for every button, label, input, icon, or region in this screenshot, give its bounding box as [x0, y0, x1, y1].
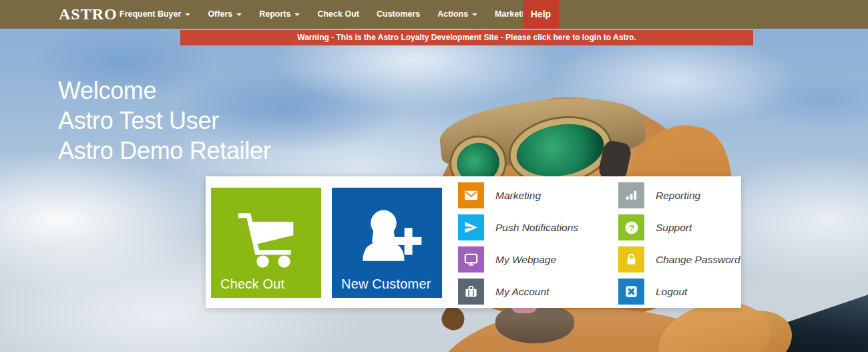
astro-logo[interactable]: ASTRO: [59, 0, 118, 29]
welcome-retailer-name: Astro Demo Retailer: [58, 136, 270, 166]
check-out-tile[interactable]: Check Out: [211, 188, 321, 298]
caret-down-icon: [472, 13, 477, 16]
tile-label: New Customer: [341, 277, 431, 292]
menu-item-label: Change Password: [656, 254, 740, 266]
tile-label: Check Out: [220, 277, 284, 292]
welcome-heading: Welcome Astro Test User Astro Demo Retai…: [58, 75, 270, 166]
welcome-user-name: Astro Test User: [58, 106, 270, 136]
bar-chart-icon: [618, 182, 644, 208]
monitor-icon: [458, 246, 484, 273]
x-square-icon: [618, 279, 644, 305]
menu-item-label: Support: [656, 222, 692, 234]
nav-item-label: Check Out: [317, 9, 359, 19]
nav-item-customers[interactable]: Customers: [368, 0, 429, 29]
quick-menu-column-left: Marketing Push Notifications: [458, 182, 615, 311]
menu-item-my-account[interactable]: My Account: [458, 279, 615, 305]
nav-item-label: Customers: [377, 9, 420, 19]
envelope-icon: [458, 182, 484, 208]
caret-down-icon: [185, 13, 190, 16]
nav-item-check-out[interactable]: Check Out: [308, 0, 368, 29]
menu-item-logout[interactable]: Logout: [618, 279, 775, 305]
quick-menu-column-right: Reporting ? Support Chang: [618, 182, 775, 311]
page: ASTRO Frequent Buyer Offers Reports Chec…: [0, 0, 868, 352]
nav-item-label: Offers: [208, 9, 232, 19]
menu-item-marketing[interactable]: Marketing: [458, 182, 615, 208]
help-button[interactable]: Help: [523, 0, 559, 29]
padlock-icon: [618, 246, 644, 273]
nav-item-reports[interactable]: Reports: [250, 0, 308, 29]
nav-item-label: Frequent Buyer: [120, 9, 181, 19]
new-customer-tile[interactable]: New Customer: [332, 188, 442, 298]
nav-menu: Frequent Buyer Offers Reports Check Out …: [111, 0, 543, 29]
menu-item-support[interactable]: ? Support: [618, 214, 775, 240]
menu-item-label: Reporting: [656, 190, 700, 202]
question-circle-icon: ?: [618, 214, 644, 240]
caret-down-icon: [294, 13, 300, 16]
nav-item-offers[interactable]: Offers: [199, 0, 250, 29]
briefcase-icon: [458, 279, 484, 305]
quick-launch-panel: Check Out New Customer: [206, 176, 741, 308]
nav-item-label: Actions: [437, 9, 468, 19]
question-glyph: ?: [628, 222, 634, 232]
menu-item-label: Logout: [656, 286, 687, 298]
nav-item-frequent-buyer[interactable]: Frequent Buyer: [111, 0, 199, 29]
menu-item-label: Marketing: [495, 190, 541, 202]
menu-item-change-password[interactable]: Change Password: [618, 246, 775, 273]
menu-item-push-notifications[interactable]: Push Notifications: [458, 214, 615, 240]
paper-plane-icon: [458, 214, 484, 240]
welcome-greeting: Welcome: [58, 75, 270, 106]
caret-down-icon: [236, 13, 242, 16]
warning-banner-link[interactable]: Warning - This is the Astro Loyalty Deve…: [180, 30, 753, 45]
menu-item-label: My Webpage: [495, 254, 556, 266]
menu-item-label: My Account: [495, 286, 549, 298]
menu-item-my-webpage[interactable]: My Webpage: [458, 246, 615, 273]
nav-item-actions[interactable]: Actions: [429, 0, 486, 29]
nav-item-label: Reports: [259, 9, 290, 19]
menu-item-reporting[interactable]: Reporting: [618, 182, 775, 208]
top-navbar: ASTRO Frequent Buyer Offers Reports Chec…: [0, 0, 868, 29]
menu-item-label: Push Notifications: [495, 222, 578, 234]
